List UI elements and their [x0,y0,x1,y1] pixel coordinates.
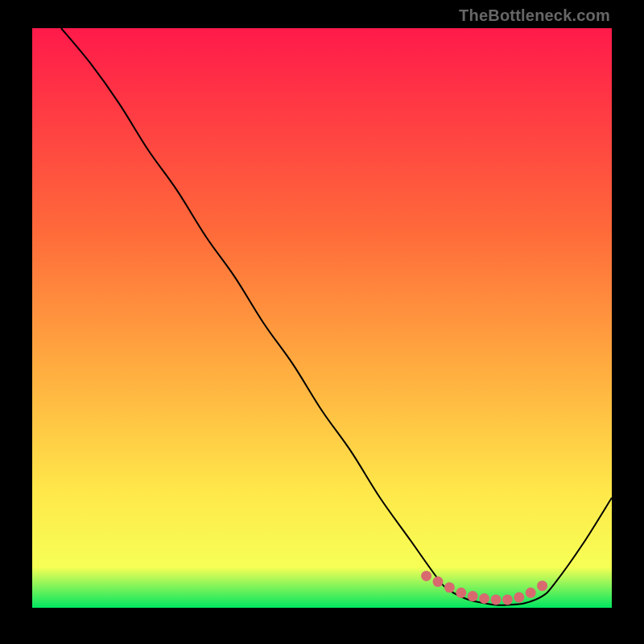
chart-container [32,28,612,608]
optimal-dot [433,576,444,587]
chart-curve-layer [32,28,612,608]
watermark-text: TheBottleneck.com [459,6,610,25]
optimal-dot [537,580,547,591]
bottleneck-curve [61,28,612,605]
optimal-dot [421,571,431,581]
optimal-dot [514,592,524,603]
optimal-dot [444,582,455,592]
optimal-dot [491,594,502,605]
optimal-dot [502,594,513,605]
optimal-dot [479,593,489,604]
optimal-dot [456,588,466,598]
optimal-dot [526,588,536,598]
optimal-dot [468,591,478,601]
optimal-range-dots [421,571,547,605]
